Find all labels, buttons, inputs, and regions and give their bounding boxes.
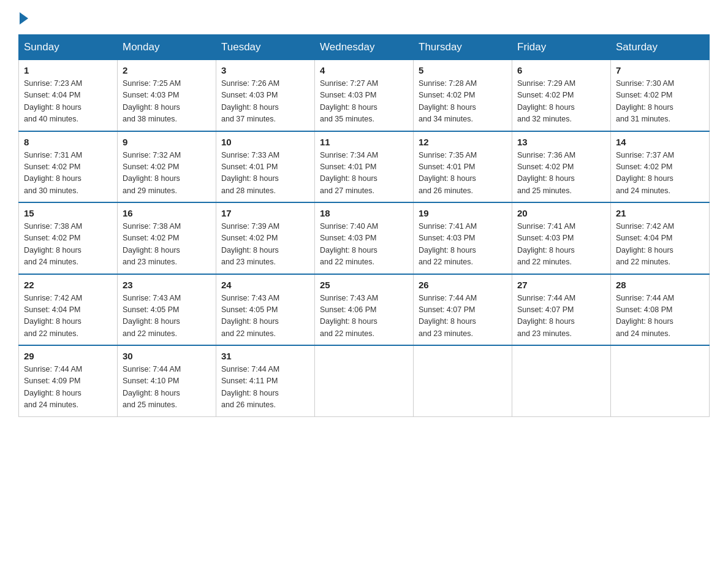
day-cell: 28 Sunrise: 7:44 AMSunset: 4:08 PMDaylig… (611, 274, 710, 346)
day-number: 25 (320, 280, 408, 290)
day-info: Sunrise: 7:28 AMSunset: 4:02 PMDaylight:… (419, 78, 507, 126)
day-cell (315, 345, 414, 416)
day-info: Sunrise: 7:43 AMSunset: 4:05 PMDaylight:… (221, 293, 309, 340)
day-number: 17 (221, 208, 309, 218)
day-number: 14 (616, 137, 704, 147)
header-saturday: Saturday (611, 35, 710, 60)
day-info: Sunrise: 7:34 AMSunset: 4:01 PMDaylight:… (320, 150, 408, 197)
day-number: 29 (24, 351, 112, 361)
header-monday: Monday (118, 35, 216, 60)
day-cell: 20 Sunrise: 7:41 AMSunset: 4:03 PMDaylig… (512, 202, 611, 274)
week-row-4: 22 Sunrise: 7:42 AMSunset: 4:04 PMDaylig… (19, 274, 710, 346)
day-cell: 18 Sunrise: 7:40 AMSunset: 4:03 PMDaylig… (315, 202, 414, 274)
day-cell: 6 Sunrise: 7:29 AMSunset: 4:02 PMDayligh… (512, 60, 611, 131)
day-cell: 13 Sunrise: 7:36 AMSunset: 4:02 PMDaylig… (512, 131, 611, 203)
logo (18, 12, 29, 22)
day-cell: 30 Sunrise: 7:44 AMSunset: 4:10 PMDaylig… (118, 345, 216, 416)
day-info: Sunrise: 7:27 AMSunset: 4:03 PMDaylight:… (320, 78, 408, 126)
day-number: 1 (24, 65, 112, 75)
day-info: Sunrise: 7:30 AMSunset: 4:02 PMDaylight:… (616, 78, 704, 126)
day-number: 19 (419, 208, 507, 218)
week-row-5: 29 Sunrise: 7:44 AMSunset: 4:09 PMDaylig… (19, 345, 710, 416)
day-number: 30 (123, 351, 211, 361)
day-info: Sunrise: 7:25 AMSunset: 4:03 PMDaylight:… (123, 78, 211, 126)
day-info: Sunrise: 7:33 AMSunset: 4:01 PMDaylight:… (221, 150, 309, 197)
day-number: 16 (123, 208, 211, 218)
day-info: Sunrise: 7:42 AMSunset: 4:04 PMDaylight:… (616, 221, 704, 269)
week-row-3: 15 Sunrise: 7:38 AMSunset: 4:02 PMDaylig… (19, 202, 710, 274)
day-cell: 3 Sunrise: 7:26 AMSunset: 4:03 PMDayligh… (216, 60, 315, 131)
day-cell: 16 Sunrise: 7:38 AMSunset: 4:02 PMDaylig… (118, 202, 216, 274)
day-info: Sunrise: 7:36 AMSunset: 4:02 PMDaylight:… (517, 150, 605, 197)
day-number: 31 (221, 351, 309, 361)
day-info: Sunrise: 7:23 AMSunset: 4:04 PMDaylight:… (24, 78, 112, 126)
day-cell: 5 Sunrise: 7:28 AMSunset: 4:02 PMDayligh… (414, 60, 512, 131)
day-number: 18 (320, 208, 408, 218)
day-number: 24 (221, 280, 309, 290)
day-info: Sunrise: 7:44 AMSunset: 4:10 PMDaylight:… (123, 364, 211, 412)
day-cell: 15 Sunrise: 7:38 AMSunset: 4:02 PMDaylig… (19, 202, 118, 274)
day-number: 11 (320, 137, 408, 147)
day-info: Sunrise: 7:31 AMSunset: 4:02 PMDaylight:… (24, 150, 112, 197)
day-info: Sunrise: 7:29 AMSunset: 4:02 PMDaylight:… (517, 78, 605, 126)
day-number: 27 (517, 280, 605, 290)
page-header (18, 12, 710, 22)
day-number: 22 (24, 280, 112, 290)
day-number: 28 (616, 280, 704, 290)
day-number: 7 (616, 65, 704, 75)
day-cell: 23 Sunrise: 7:43 AMSunset: 4:05 PMDaylig… (118, 274, 216, 346)
day-cell (611, 345, 710, 416)
calendar-table: SundayMondayTuesdayWednesdayThursdayFrid… (18, 34, 710, 417)
day-cell: 25 Sunrise: 7:43 AMSunset: 4:06 PMDaylig… (315, 274, 414, 346)
day-cell (414, 345, 512, 416)
day-info: Sunrise: 7:44 AMSunset: 4:09 PMDaylight:… (24, 364, 112, 412)
week-row-1: 1 Sunrise: 7:23 AMSunset: 4:04 PMDayligh… (19, 60, 710, 131)
day-cell: 2 Sunrise: 7:25 AMSunset: 4:03 PMDayligh… (118, 60, 216, 131)
day-cell: 24 Sunrise: 7:43 AMSunset: 4:05 PMDaylig… (216, 274, 315, 346)
day-cell: 31 Sunrise: 7:44 AMSunset: 4:11 PMDaylig… (216, 345, 315, 416)
day-cell: 11 Sunrise: 7:34 AMSunset: 4:01 PMDaylig… (315, 131, 414, 203)
day-info: Sunrise: 7:44 AMSunset: 4:08 PMDaylight:… (616, 293, 704, 340)
header-row: SundayMondayTuesdayWednesdayThursdayFrid… (19, 35, 710, 60)
day-number: 23 (123, 280, 211, 290)
day-cell: 10 Sunrise: 7:33 AMSunset: 4:01 PMDaylig… (216, 131, 315, 203)
day-info: Sunrise: 7:26 AMSunset: 4:03 PMDaylight:… (221, 78, 309, 126)
day-info: Sunrise: 7:40 AMSunset: 4:03 PMDaylight:… (320, 221, 408, 269)
day-number: 3 (221, 65, 309, 75)
day-cell: 27 Sunrise: 7:44 AMSunset: 4:07 PMDaylig… (512, 274, 611, 346)
day-number: 21 (616, 208, 704, 218)
header-sunday: Sunday (19, 35, 118, 60)
day-info: Sunrise: 7:41 AMSunset: 4:03 PMDaylight:… (517, 221, 605, 269)
week-row-2: 8 Sunrise: 7:31 AMSunset: 4:02 PMDayligh… (19, 131, 710, 203)
header-friday: Friday (512, 35, 611, 60)
day-info: Sunrise: 7:44 AMSunset: 4:07 PMDaylight:… (517, 293, 605, 340)
day-cell: 26 Sunrise: 7:44 AMSunset: 4:07 PMDaylig… (414, 274, 512, 346)
header-tuesday: Tuesday (216, 35, 315, 60)
day-number: 12 (419, 137, 507, 147)
day-cell: 19 Sunrise: 7:41 AMSunset: 4:03 PMDaylig… (414, 202, 512, 274)
day-info: Sunrise: 7:42 AMSunset: 4:04 PMDaylight:… (24, 293, 112, 340)
day-info: Sunrise: 7:35 AMSunset: 4:01 PMDaylight:… (419, 150, 507, 197)
day-cell: 14 Sunrise: 7:37 AMSunset: 4:02 PMDaylig… (611, 131, 710, 203)
day-number: 15 (24, 208, 112, 218)
day-cell: 12 Sunrise: 7:35 AMSunset: 4:01 PMDaylig… (414, 131, 512, 203)
day-info: Sunrise: 7:41 AMSunset: 4:03 PMDaylight:… (419, 221, 507, 269)
logo-arrow-icon (20, 12, 28, 25)
day-cell: 1 Sunrise: 7:23 AMSunset: 4:04 PMDayligh… (19, 60, 118, 131)
day-info: Sunrise: 7:39 AMSunset: 4:02 PMDaylight:… (221, 221, 309, 269)
day-number: 4 (320, 65, 408, 75)
day-info: Sunrise: 7:38 AMSunset: 4:02 PMDaylight:… (24, 221, 112, 269)
day-cell: 21 Sunrise: 7:42 AMSunset: 4:04 PMDaylig… (611, 202, 710, 274)
day-number: 10 (221, 137, 309, 147)
day-cell: 17 Sunrise: 7:39 AMSunset: 4:02 PMDaylig… (216, 202, 315, 274)
day-cell: 22 Sunrise: 7:42 AMSunset: 4:04 PMDaylig… (19, 274, 118, 346)
day-cell: 7 Sunrise: 7:30 AMSunset: 4:02 PMDayligh… (611, 60, 710, 131)
day-number: 5 (419, 65, 507, 75)
header-thursday: Thursday (414, 35, 512, 60)
day-number: 2 (123, 65, 211, 75)
day-number: 13 (517, 137, 605, 147)
day-cell: 4 Sunrise: 7:27 AMSunset: 4:03 PMDayligh… (315, 60, 414, 131)
day-number: 9 (123, 137, 211, 147)
day-info: Sunrise: 7:38 AMSunset: 4:02 PMDaylight:… (123, 221, 211, 269)
day-number: 26 (419, 280, 507, 290)
